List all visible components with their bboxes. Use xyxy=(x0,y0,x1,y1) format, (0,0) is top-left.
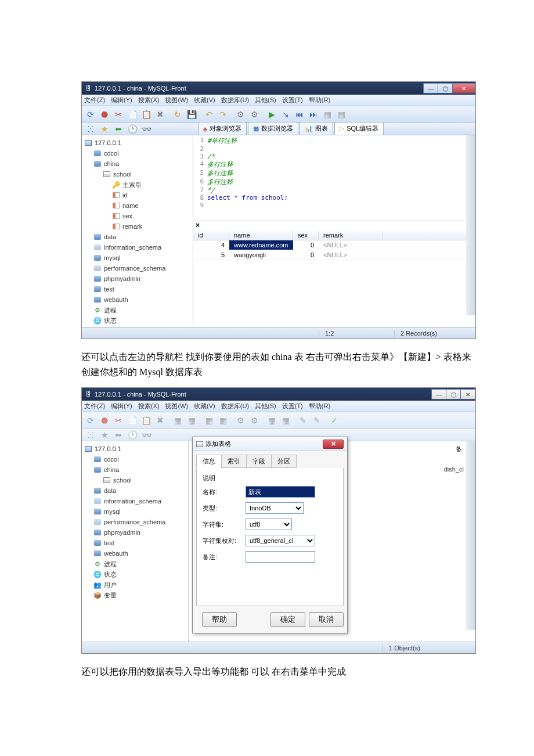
menu-other[interactable]: 其他(S) xyxy=(255,96,276,105)
tree-db[interactable]: mysql xyxy=(82,506,188,517)
tree-db[interactable]: data xyxy=(82,485,188,496)
binoc-icon[interactable]: 👓 xyxy=(140,123,153,135)
star-icon[interactable]: ★ xyxy=(98,123,111,135)
menu-file[interactable]: 文件(Z) xyxy=(84,402,105,411)
undo-icon[interactable]: ↶ xyxy=(203,108,215,121)
tree-db[interactable]: test xyxy=(82,538,188,548)
new-icon[interactable]: 📄 xyxy=(126,414,139,427)
tool-icon[interactable]: ▦ xyxy=(203,414,215,427)
tree-db[interactable]: information_schema xyxy=(82,496,188,506)
tree-icon[interactable]: ⵘ xyxy=(84,429,97,441)
tree-col-remark[interactable]: remark xyxy=(82,221,193,232)
sql-editor[interactable]: 1#单行注释 2 3/* 4多行注释 5多行注释 6多行注释 7*/ 8sele… xyxy=(193,135,475,221)
last-icon[interactable]: ⏭ xyxy=(307,108,320,121)
tree-users[interactable]: 👥用户 xyxy=(82,579,188,590)
tool-icon[interactable]: ▦ xyxy=(185,414,198,427)
dialog-tab-index[interactable]: 索引 xyxy=(221,455,247,468)
tree-db[interactable]: china xyxy=(82,465,188,475)
tree-db-cdcol[interactable]: cdcol xyxy=(82,148,193,159)
save-icon[interactable]: 💾 xyxy=(185,108,198,121)
delete-icon[interactable]: ✖ xyxy=(154,414,167,427)
play-icon[interactable]: ▶ xyxy=(265,108,278,121)
scrollbar[interactable] xyxy=(466,441,475,630)
tool-icon[interactable]: ⚙ xyxy=(248,414,261,427)
tree-vars[interactable]: 📦变量 xyxy=(82,590,188,600)
grid2-icon[interactable]: ▦ xyxy=(335,108,348,121)
tool-icon[interactable]: ▦ xyxy=(171,414,184,427)
menu-database[interactable]: 数据库(U) xyxy=(221,96,249,105)
star-icon[interactable]: ★ xyxy=(98,429,111,441)
tree-status[interactable]: 🌐状态 xyxy=(82,315,193,326)
new-icon[interactable]: 📄 xyxy=(126,108,139,121)
menu-edit[interactable]: 编辑(Y) xyxy=(111,96,132,105)
menu-help[interactable]: 帮助(R) xyxy=(309,96,330,105)
menu-settings[interactable]: 设置(T) xyxy=(282,402,303,411)
tree-host[interactable]: 127.0.0.1 xyxy=(82,444,188,454)
menu-search[interactable]: 搜索(X) xyxy=(138,96,160,105)
tool-icon[interactable]: ✎ xyxy=(311,414,323,427)
tab-sql-editor[interactable]: ▷SQL编辑器 xyxy=(334,122,384,135)
refresh-icon[interactable]: ⟳ xyxy=(84,108,97,121)
tree-users[interactable]: 👥用户 xyxy=(82,326,193,327)
back-icon[interactable]: ⬅ xyxy=(112,123,125,135)
tree-db[interactable]: test xyxy=(82,284,193,294)
tree-col-sex[interactable]: sex xyxy=(82,211,193,221)
check-icon[interactable]: ✓ xyxy=(328,414,341,427)
dialog-tab-partition[interactable]: 分区 xyxy=(271,455,297,468)
menu-edit[interactable]: 编辑(Y) xyxy=(111,402,132,411)
table-row[interactable]: 4 www.redname.com 0 <NULL> xyxy=(193,240,475,250)
menu-favorites[interactable]: 收藏(V) xyxy=(194,96,215,105)
col-remark[interactable]: remark xyxy=(319,231,383,240)
tree-host[interactable]: 127.0.0.1 xyxy=(82,138,193,148)
maximize-button[interactable]: ▢ xyxy=(446,389,461,399)
maximize-button[interactable]: ▢ xyxy=(438,83,453,93)
back-icon[interactable]: ⬅ xyxy=(112,429,125,441)
tool-icon[interactable]: ⚙ xyxy=(234,414,247,427)
ok-button[interactable]: 确定 xyxy=(270,612,305,627)
tree-db[interactable]: phpmyadmin xyxy=(82,273,193,284)
help-button[interactable]: 帮助 xyxy=(202,612,237,627)
tree-table[interactable]: school xyxy=(82,475,188,485)
cancel-button[interactable]: 取消 xyxy=(309,612,344,627)
paste-icon[interactable]: 📋 xyxy=(140,108,153,121)
binoc-icon[interactable]: 👓 xyxy=(140,429,153,441)
tree-db[interactable]: performance_schema xyxy=(82,263,193,273)
tree-db[interactable]: webauth xyxy=(82,294,193,305)
tree-process[interactable]: ⚙进程 xyxy=(82,559,188,569)
table-row[interactable]: 5 wangyongli 0 <NULL> xyxy=(193,250,475,260)
redo-icon[interactable]: ↷ xyxy=(217,108,229,121)
select-charset[interactable]: utf8 xyxy=(246,519,292,530)
scrollbar[interactable] xyxy=(466,135,475,315)
clock-icon[interactable]: 🕐 xyxy=(126,429,139,441)
tree-db[interactable]: webauth xyxy=(82,548,188,559)
menu-search[interactable]: 搜索(X) xyxy=(138,402,160,411)
tree-index[interactable]: 🔑主索引 xyxy=(82,179,193,190)
tool-icon[interactable]: ✎ xyxy=(297,414,309,427)
menu-favorites[interactable]: 收藏(V) xyxy=(194,402,215,411)
tool2-icon[interactable]: ⚙ xyxy=(248,108,261,121)
tool-icon[interactable]: ▦ xyxy=(265,414,278,427)
tree-icon[interactable]: ⵘ xyxy=(84,123,97,135)
tree-db[interactable]: mysql xyxy=(82,253,193,263)
menu-file[interactable]: 文件(Z) xyxy=(84,96,105,105)
menu-view[interactable]: 视图(W) xyxy=(165,402,188,411)
tree-process[interactable]: ⚙进程 xyxy=(82,305,193,315)
cut-icon[interactable]: ✂ xyxy=(112,108,125,121)
tree-table-school[interactable]: school xyxy=(82,169,193,179)
tab-data-browser[interactable]: ▦数据浏览器 xyxy=(248,122,298,135)
refresh-icon[interactable]: ⟳ xyxy=(84,414,97,427)
menu-database[interactable]: 数据库(U) xyxy=(221,402,249,411)
input-remark[interactable] xyxy=(246,551,315,563)
menu-help[interactable]: 帮助(R) xyxy=(309,402,330,411)
col-sex[interactable]: sex xyxy=(293,231,319,240)
tool-icon[interactable]: ▦ xyxy=(217,414,229,427)
menu-view[interactable]: 视图(W) xyxy=(165,96,188,105)
minimize-button[interactable]: — xyxy=(431,389,446,399)
tree-db[interactable]: phpmyadmin xyxy=(82,527,188,538)
tree-db-china[interactable]: china xyxy=(82,159,193,169)
tab-object-browser[interactable]: ♣对象浏览器 xyxy=(198,122,247,135)
tree-db[interactable]: data xyxy=(82,232,193,242)
dialog-tab-info[interactable]: 信息 xyxy=(196,455,222,468)
paste-icon[interactable]: 📋 xyxy=(140,414,153,427)
tree-status[interactable]: 🌐状态 xyxy=(82,569,188,579)
